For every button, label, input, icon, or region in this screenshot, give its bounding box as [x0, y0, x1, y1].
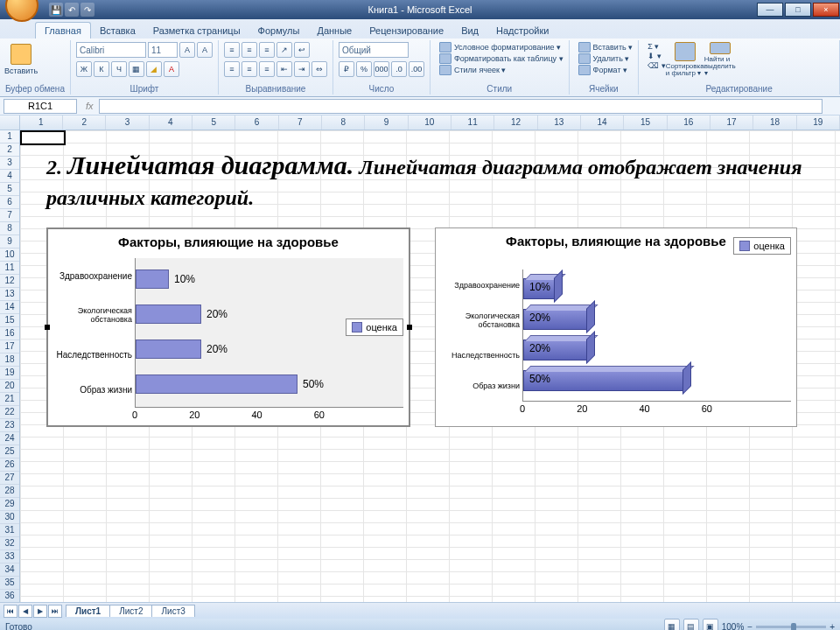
sheet-prev-icon[interactable]: ◀ [18, 605, 32, 618]
align-right-icon[interactable]: ≡ [259, 61, 275, 77]
clear-button[interactable]: ⌫ ▾ [648, 61, 666, 70]
col-header[interactable]: 18 [753, 116, 796, 130]
row-header[interactable]: 9 [0, 235, 19, 248]
format-as-table-button[interactable]: Форматировать как таблицу ▾ [439, 53, 564, 64]
col-header[interactable]: 14 [581, 116, 624, 130]
undo-icon[interactable]: ↶ [65, 3, 79, 17]
col-header[interactable]: 4 [150, 116, 192, 130]
row-header[interactable]: 36 [0, 590, 19, 602]
col-header[interactable]: 19 [797, 116, 840, 130]
align-middle-icon[interactable]: ≡ [242, 42, 257, 58]
minimize-button[interactable]: — [757, 3, 783, 17]
conditional-formatting-button[interactable]: Условное форматирование ▾ [439, 42, 564, 52]
tab-addins[interactable]: Надстройки [487, 23, 557, 38]
align-bottom-icon[interactable]: ≡ [259, 42, 275, 58]
underline-button[interactable]: Ч [111, 61, 127, 77]
cell-styles-button[interactable]: Стили ячеек ▾ [439, 65, 564, 75]
row-header[interactable]: 33 [0, 550, 19, 564]
tab-review[interactable]: Рецензирование [360, 23, 452, 38]
col-header[interactable]: 15 [624, 116, 667, 130]
autosum-button[interactable]: Σ ▾ [648, 42, 666, 51]
row-header[interactable]: 22 [0, 406, 19, 419]
view-normal-icon[interactable]: ▦ [664, 619, 680, 630]
close-button[interactable]: × [813, 3, 839, 17]
border-icon[interactable]: ▦ [129, 61, 144, 77]
currency-icon[interactable]: ₽ [339, 61, 354, 77]
bold-button[interactable]: Ж [76, 61, 92, 77]
row-header[interactable]: 24 [0, 432, 19, 445]
format-cells-button[interactable]: Формат ▾ [578, 65, 634, 75]
find-select-button[interactable]: Найти и выделить ▾ [704, 42, 736, 77]
align-center-icon[interactable]: ≡ [242, 61, 257, 77]
row-header[interactable]: 19 [0, 367, 19, 380]
col-header[interactable]: 5 [192, 116, 235, 130]
fill-color-icon[interactable]: ◢ [146, 61, 162, 77]
wrap-text-icon[interactable]: ↩ [294, 42, 310, 58]
dec-dec-icon[interactable]: .00 [409, 61, 424, 77]
row-header[interactable]: 35 [0, 577, 19, 590]
row-header[interactable]: 17 [0, 340, 19, 354]
row-header[interactable]: 28 [0, 485, 19, 498]
insert-cells-button[interactable]: Вставить ▾ [578, 42, 634, 52]
row-header[interactable]: 2 [0, 144, 19, 157]
sheet-first-icon[interactable]: ⏮ [4, 605, 18, 618]
col-header[interactable]: 8 [322, 116, 365, 130]
row-header[interactable]: 20 [0, 380, 19, 393]
col-header[interactable]: 17 [710, 116, 753, 130]
sheet-tab-1[interactable]: Лист1 [66, 605, 110, 617]
col-header[interactable]: 2 [63, 116, 106, 130]
font-size-combo[interactable]: 11 [148, 42, 178, 58]
delete-cells-button[interactable]: Удалить ▾ [578, 53, 634, 64]
formula-input[interactable] [99, 99, 822, 114]
row-header[interactable]: 30 [0, 511, 19, 524]
sheet-next-icon[interactable]: ▶ [33, 605, 47, 618]
tab-formulas[interactable]: Формулы [249, 23, 309, 38]
align-left-icon[interactable]: ≡ [224, 61, 240, 77]
row-header[interactable]: 11 [0, 262, 19, 275]
fill-button[interactable]: ⬇ ▾ [648, 52, 666, 60]
maximize-button[interactable]: □ [785, 3, 811, 17]
row-header[interactable]: 15 [0, 314, 19, 327]
row-header[interactable]: 25 [0, 445, 19, 458]
row-header[interactable]: 4 [0, 170, 19, 183]
orientation-icon[interactable]: ↗ [276, 42, 292, 58]
tab-insert[interactable]: Вставка [91, 23, 144, 38]
cells-area[interactable]: 2. Линейчатая диаграмма. Линейчатая диаг… [20, 130, 840, 602]
col-header[interactable]: 16 [668, 116, 710, 130]
comma-icon[interactable]: 000 [374, 61, 389, 77]
fx-icon[interactable]: fx [86, 101, 94, 111]
save-icon[interactable]: 💾 [49, 3, 63, 17]
percent-icon[interactable]: % [356, 61, 372, 77]
office-button[interactable] [5, 0, 38, 22]
row-header[interactable]: 3 [0, 157, 19, 170]
zoom-slider[interactable] [756, 626, 826, 628]
view-layout-icon[interactable]: ▤ [683, 619, 699, 630]
font-color-icon[interactable]: A [164, 61, 179, 77]
row-header[interactable]: 13 [0, 288, 19, 301]
col-header[interactable]: 6 [235, 116, 278, 130]
font-name-combo[interactable]: Calibri [76, 42, 146, 58]
tab-home[interactable]: Главная [35, 22, 91, 38]
view-break-icon[interactable]: ▣ [703, 619, 718, 630]
select-all-corner[interactable] [0, 116, 20, 130]
name-box[interactable]: R1C1 [4, 99, 77, 114]
row-header[interactable]: 10 [0, 248, 19, 262]
italic-button[interactable]: К [94, 61, 109, 77]
col-header[interactable]: 11 [452, 116, 494, 130]
row-header[interactable]: 16 [0, 327, 19, 340]
sheet-last-icon[interactable]: ⏭ [48, 605, 62, 618]
row-header[interactable]: 34 [0, 564, 19, 577]
sheet-tab-2[interactable]: Лист2 [109, 605, 152, 617]
row-header[interactable]: 32 [0, 537, 19, 550]
indent-inc-icon[interactable]: ⇥ [294, 61, 310, 77]
row-header[interactable]: 26 [0, 458, 19, 472]
paste-button[interactable]: Вставить [5, 42, 37, 77]
col-header[interactable]: 10 [409, 116, 452, 130]
zoom-out-button[interactable]: − [747, 622, 752, 631]
number-format-combo[interactable]: Общий [339, 42, 409, 58]
row-header[interactable]: 7 [0, 209, 19, 222]
row-header[interactable]: 31 [0, 524, 19, 537]
tab-view[interactable]: Вид [452, 23, 487, 38]
col-header[interactable]: 13 [538, 116, 581, 130]
sort-filter-button[interactable]: Сортировка и фильтр ▾ [669, 42, 701, 77]
